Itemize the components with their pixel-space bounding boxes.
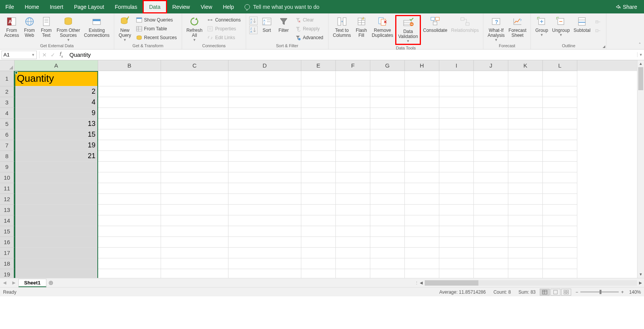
column-header-I[interactable]: I [439,60,474,71]
new-query-button[interactable]: New Query ▼ [117,15,133,43]
cell-B4[interactable] [98,108,161,119]
column-header-B[interactable]: B [98,60,161,71]
cell-J15[interactable] [474,226,508,237]
text-to-columns-button[interactable]: Text to Columns [331,15,353,39]
cell-E10[interactable] [301,172,336,183]
cell-D6[interactable] [228,129,301,140]
cell-C8[interactable] [161,151,228,162]
cell-L19[interactable] [543,269,577,278]
cell-L10[interactable] [543,172,577,183]
cell-D14[interactable] [228,215,301,226]
zoom-in-button[interactable]: + [621,289,624,295]
cell-D15[interactable] [228,226,301,237]
cell-F15[interactable] [336,226,370,237]
column-header-K[interactable]: K [508,60,543,71]
cell-E9[interactable] [301,162,336,172]
cancel-formula-button[interactable]: ✕ [40,52,49,58]
cell-E8[interactable] [301,151,336,162]
cell-F17[interactable] [336,248,370,258]
cell-I12[interactable] [439,194,474,205]
cell-I7[interactable] [439,140,474,151]
tab-review[interactable]: Review [167,0,196,13]
cell-B17[interactable] [98,248,161,258]
cell-L7[interactable] [543,140,577,151]
cell-B18[interactable] [98,258,161,269]
cell-C19[interactable] [161,269,228,278]
edit-links-button[interactable]: Edit Links [206,33,242,42]
cell-L8[interactable] [543,151,577,162]
enter-formula-button[interactable]: ✓ [49,52,57,58]
cell-E14[interactable] [301,215,336,226]
row-header-15[interactable]: 15 [0,226,15,237]
cell-D10[interactable] [228,172,301,183]
cell-H11[interactable] [405,183,439,194]
cell-G9[interactable] [370,162,405,172]
cell-F3[interactable] [336,97,370,108]
cell-G17[interactable] [370,248,405,258]
view-page-layout-button[interactable] [550,289,560,296]
cell-I11[interactable] [439,183,474,194]
relationships-button[interactable]: Relationships [449,15,481,34]
cell-A11[interactable] [15,183,98,194]
tab-page-layout[interactable]: Page Layout [69,0,110,13]
cell-K13[interactable] [508,205,543,215]
cell-H9[interactable] [405,162,439,172]
cell-I3[interactable] [439,97,474,108]
cell-H7[interactable] [405,140,439,151]
cell-H17[interactable] [405,248,439,258]
cell-D4[interactable] [228,108,301,119]
cell-G12[interactable] [370,194,405,205]
column-header-A[interactable]: A [15,60,98,71]
cell-B1[interactable] [98,71,161,86]
cell-A3[interactable]: 4 [15,97,98,108]
from-text-button[interactable]: From Text [38,15,55,39]
row-header-16[interactable]: 16 [0,237,15,248]
hide-detail-button[interactable]: - [594,26,602,35]
tab-split-handle[interactable]: ⋮ [415,281,418,285]
cell-C16[interactable] [161,237,228,248]
row-header-4[interactable]: 4 [0,108,15,119]
cell-I19[interactable] [439,269,474,278]
cell-L4[interactable] [543,108,577,119]
cell-K6[interactable] [508,129,543,140]
cell-L9[interactable] [543,162,577,172]
horizontal-scrollbar[interactable]: ◀ ▶ [418,280,644,286]
refresh-all-button[interactable]: Refresh All ▼ [184,15,204,43]
row-header-1[interactable]: 1 [0,71,15,86]
tab-insert[interactable]: Insert [44,0,69,13]
cell-J3[interactable] [474,97,508,108]
sheet-tab-sheet1[interactable]: Sheet1 [18,279,46,287]
cell-A19[interactable] [15,269,98,278]
cell-G4[interactable] [370,108,405,119]
cell-H14[interactable] [405,215,439,226]
cell-H8[interactable] [405,151,439,162]
cell-H2[interactable] [405,86,439,97]
cell-J5[interactable] [474,119,508,129]
cell-I4[interactable] [439,108,474,119]
cell-J14[interactable] [474,215,508,226]
cell-B5[interactable] [98,119,161,129]
cell-G15[interactable] [370,226,405,237]
cell-I17[interactable] [439,248,474,258]
row-header-5[interactable]: 5 [0,119,15,129]
cell-C18[interactable] [161,258,228,269]
cell-E15[interactable] [301,226,336,237]
cell-L5[interactable] [543,119,577,129]
cell-G18[interactable] [370,258,405,269]
cell-A6[interactable]: 15 [15,129,98,140]
cell-D9[interactable] [228,162,301,172]
flash-fill-button[interactable]: Flash Fill [353,15,370,39]
cell-B3[interactable] [98,97,161,108]
cell-D12[interactable] [228,194,301,205]
row-header-3[interactable]: 3 [0,97,15,108]
cell-F11[interactable] [336,183,370,194]
view-page-break-button[interactable] [561,289,571,296]
cell-I1[interactable] [439,71,474,86]
cell-D7[interactable] [228,140,301,151]
cell-C14[interactable] [161,215,228,226]
cell-L18[interactable] [543,258,577,269]
clear-filter-button[interactable]: Clear [294,16,324,24]
tab-formulas[interactable]: Formulas [110,0,143,13]
cell-D2[interactable] [228,86,301,97]
cell-G7[interactable] [370,140,405,151]
